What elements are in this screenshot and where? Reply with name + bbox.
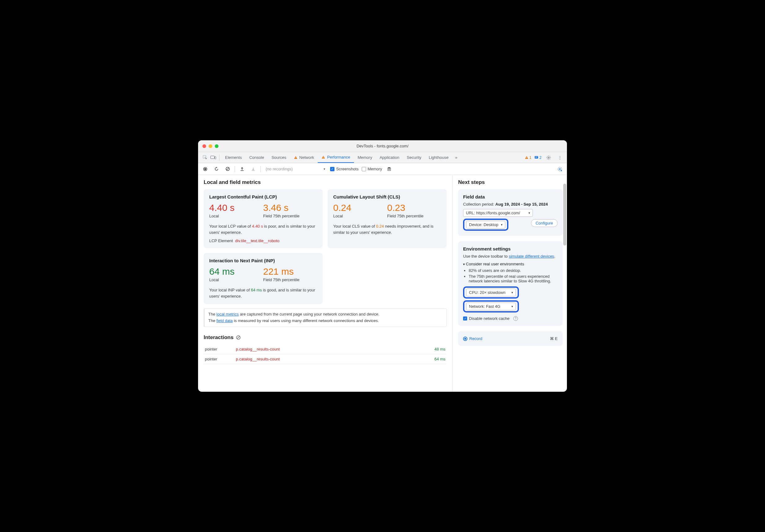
lcp-element-row[interactable]: LCP Element div.tile__text.tile__roboto — [209, 238, 317, 243]
console-issues-badge[interactable]: 2 — [534, 155, 541, 160]
interaction-selector: p.catalog__results-count — [235, 344, 425, 354]
svg-line-21 — [237, 336, 240, 339]
inp-field-value: 221 ms — [263, 266, 317, 277]
url-dropdown[interactable]: URL: https://fonts.google.com/▾ — [463, 209, 533, 217]
screenshots-checkbox[interactable]: Screenshots — [330, 166, 358, 171]
tab-security[interactable]: Security — [403, 152, 425, 163]
svg-rect-7 — [526, 157, 527, 158]
help-icon[interactable]: ? — [513, 316, 518, 321]
svg-point-12 — [548, 157, 549, 158]
more-tabs-icon[interactable]: » — [452, 153, 460, 162]
disable-cache-checkbox[interactable]: Disable network cache ? — [463, 316, 558, 321]
lcp-description: Your local LCP value of 4.40 s is poor, … — [209, 223, 317, 235]
tab-elements[interactable]: Elements — [221, 152, 246, 163]
performance-toolbar: (no recordings)▾ Screenshots Memory — [198, 163, 567, 175]
inp-title: Interaction to Next Paint (INP) — [209, 258, 317, 263]
simulate-devices-link[interactable]: simulate different devices — [509, 254, 554, 259]
svg-rect-5 — [323, 157, 324, 157]
lcp-card: Largest Contentful Paint (LCP) 4.40 s Lo… — [204, 189, 323, 248]
svg-rect-8 — [526, 158, 527, 158]
reload-record-icon[interactable] — [212, 165, 220, 173]
record-button-icon[interactable] — [201, 165, 209, 173]
env-hint: Use the device toolbar to simulate diffe… — [463, 254, 558, 259]
main-content: Local and field metrics Largest Contentf… — [198, 175, 452, 392]
cpu-dropdown-highlight: CPU: 20× slowdown▾ — [463, 286, 519, 299]
issues-icon — [534, 155, 538, 159]
cls-title: Cumulative Layout Shift (CLS) — [333, 194, 441, 199]
interaction-duration: 64 ms — [425, 354, 447, 364]
warning-icon — [322, 155, 325, 159]
configure-button[interactable]: Configure — [531, 219, 558, 227]
download-icon[interactable] — [249, 165, 257, 173]
device-dropdown[interactable]: Device: Desktop▾ — [466, 221, 505, 228]
interaction-row[interactable]: pointerp.catalog__results-count64 ms — [204, 354, 447, 364]
cls-local-value: 0.24 — [333, 202, 387, 213]
local-metrics-link[interactable]: local metrics — [216, 312, 239, 317]
recordings-dropdown[interactable]: (no recordings)▾ — [264, 166, 327, 171]
warning-icon — [294, 156, 298, 159]
warning-icon — [525, 156, 528, 159]
local-field-heading: Local and field metrics — [204, 179, 447, 185]
clear-interactions-icon[interactable] — [236, 335, 241, 340]
interaction-row[interactable]: pointerp.catalog__results-count48 ms — [204, 344, 447, 354]
tab-performance[interactable]: Performance — [318, 152, 354, 163]
tab-sources[interactable]: Sources — [268, 152, 290, 163]
interaction-kind: pointer — [204, 354, 235, 364]
scrollbar-thumb[interactable] — [563, 184, 566, 246]
record-shortcut: ⌘ E — [550, 336, 558, 341]
svg-rect-6 — [323, 158, 324, 158]
svg-point-14 — [204, 168, 206, 170]
record-link[interactable]: Record — [469, 336, 482, 341]
cpu-throttle-dropdown[interactable]: CPU: 20× slowdown▾ — [466, 289, 516, 296]
svg-rect-1 — [211, 156, 215, 158]
panel-tabbar: Elements Console Sources Network Perform… — [198, 152, 567, 163]
tab-lighthouse[interactable]: Lighthouse — [425, 152, 452, 163]
inp-description: Your local INP value of 64 ms is good, a… — [209, 287, 317, 299]
record-card: Record ⌘ E — [458, 331, 563, 346]
titlebar: DevTools - fonts.google.com/ — [198, 140, 567, 152]
svg-line-16 — [226, 168, 229, 170]
devtools-window: DevTools - fonts.google.com/ Elements Co… — [198, 140, 567, 392]
svg-point-18 — [559, 168, 560, 169]
interactions-heading: Interactions — [204, 335, 447, 341]
clear-icon[interactable] — [224, 165, 232, 173]
next-steps-heading: Next steps — [458, 179, 563, 185]
memory-checkbox[interactable]: Memory — [362, 166, 382, 171]
record-indicator-icon[interactable] — [463, 337, 467, 341]
network-throttle-dropdown[interactable]: Network: Fast 4G▾ — [466, 303, 516, 310]
svg-rect-3 — [296, 157, 296, 158]
interaction-selector: p.catalog__results-count — [235, 354, 425, 364]
network-dropdown-highlight: Network: Fast 4G▾ — [463, 300, 519, 313]
tab-console[interactable]: Console — [246, 152, 268, 163]
collection-period: Collection period: Aug 19, 2024 - Sep 15… — [463, 202, 558, 206]
tab-network[interactable]: Network — [290, 152, 318, 163]
inp-local-value: 64 ms — [209, 266, 263, 277]
capture-settings-gear-icon[interactable] — [556, 165, 564, 173]
lcp-field-value: 3.46 s — [263, 202, 317, 213]
field-data-link[interactable]: field data — [216, 318, 233, 323]
inp-card: Interaction to Next Paint (INP) 64 ms Lo… — [204, 253, 323, 304]
interactions-table: pointerp.catalog__results-count48 mspoin… — [204, 344, 447, 364]
settings-gear-icon[interactable] — [545, 153, 553, 162]
device-dropdown-highlight: Device: Desktop▾ — [463, 219, 508, 231]
consider-environments-disclosure[interactable]: Consider real user environments 82% of u… — [463, 262, 558, 283]
device-toolbar-icon[interactable] — [209, 153, 217, 162]
console-warnings-badge[interactable]: 1 — [525, 155, 531, 160]
svg-point-19 — [561, 170, 562, 171]
interaction-duration: 48 ms — [425, 344, 447, 354]
environment-settings-card: Environment settings Use the device tool… — [458, 241, 563, 326]
next-steps-sidebar: Next steps Field data Collection period:… — [452, 175, 567, 392]
window-title: DevTools - fonts.google.com/ — [198, 144, 567, 148]
field-data-card: Field data Collection period: Aug 19, 20… — [458, 189, 563, 236]
inspect-element-icon[interactable] — [201, 153, 209, 162]
lcp-local-value: 4.40 s — [209, 202, 263, 213]
svg-rect-4 — [296, 158, 296, 158]
more-menu-icon[interactable]: ⋮ — [556, 153, 564, 162]
lcp-title: Largest Contentful Paint (LCP) — [209, 194, 317, 199]
interaction-kind: pointer — [204, 344, 235, 354]
gc-icon[interactable] — [385, 165, 393, 173]
tab-application[interactable]: Application — [376, 152, 403, 163]
upload-icon[interactable] — [238, 165, 246, 173]
tab-memory[interactable]: Memory — [354, 152, 376, 163]
svg-rect-10 — [535, 157, 537, 157]
